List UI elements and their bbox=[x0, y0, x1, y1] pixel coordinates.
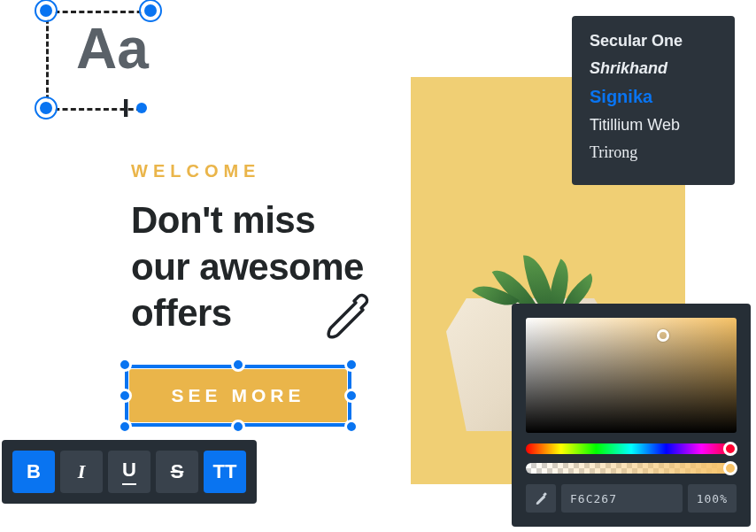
strikethrough-button[interactable]: S bbox=[156, 451, 198, 493]
font-option-signika[interactable]: Signika bbox=[590, 87, 717, 107]
hue-slider-handle[interactable] bbox=[723, 442, 737, 456]
resize-handle-tl[interactable] bbox=[118, 358, 132, 372]
font-option-shrikhand[interactable]: Shrikhand bbox=[590, 59, 717, 78]
uppercase-icon: TT bbox=[213, 460, 237, 483]
font-option-secular-one[interactable]: Secular One bbox=[590, 32, 717, 50]
bold-icon: B bbox=[27, 460, 41, 483]
text-handle-bl[interactable] bbox=[36, 98, 56, 118]
opacity-slider-handle[interactable] bbox=[723, 461, 737, 475]
resize-handle-tr[interactable] bbox=[344, 358, 359, 372]
text-element-label[interactable]: Aa bbox=[76, 16, 149, 81]
opacity-slider[interactable] bbox=[526, 463, 737, 474]
text-handle-br[interactable] bbox=[136, 103, 147, 113]
text-format-toolbar: B I U S TT bbox=[2, 440, 257, 504]
resize-handle-tc[interactable] bbox=[231, 358, 245, 372]
underline-button[interactable]: U bbox=[108, 451, 150, 493]
resize-handle-mr[interactable] bbox=[344, 389, 359, 403]
italic-icon: I bbox=[78, 460, 86, 483]
eyedropper-cursor bbox=[319, 292, 372, 345]
color-swatch-cursor[interactable] bbox=[657, 329, 669, 342]
resize-handle-ml[interactable] bbox=[118, 389, 132, 403]
cta-button[interactable]: SEE MORE bbox=[129, 369, 347, 422]
color-swatch-area[interactable] bbox=[526, 318, 737, 433]
eyedropper-icon bbox=[535, 491, 547, 505]
selection-dashed-left bbox=[46, 11, 49, 108]
opacity-input[interactable]: 100% bbox=[688, 484, 737, 513]
text-cursor-icon: I bbox=[122, 93, 129, 123]
underline-icon: U bbox=[122, 459, 136, 485]
resize-handle-br[interactable] bbox=[344, 420, 359, 434]
text-handle-tr[interactable] bbox=[141, 1, 160, 20]
bold-button[interactable]: B bbox=[12, 451, 55, 493]
text-handle-tl[interactable] bbox=[36, 1, 56, 20]
font-option-titillium-web[interactable]: Titillium Web bbox=[590, 116, 717, 135]
resize-handle-bc[interactable] bbox=[231, 420, 245, 434]
selection-dashed-top bbox=[46, 11, 150, 13]
text-element-selection[interactable]: Aa I bbox=[35, 0, 159, 133]
hue-slider[interactable] bbox=[526, 443, 737, 454]
canvas-text-column: WELCOME Don't miss our awesome offers SE… bbox=[83, 77, 411, 484]
uppercase-button[interactable]: TT bbox=[204, 451, 246, 493]
resize-handle-bl[interactable] bbox=[118, 420, 132, 434]
color-picker-panel: F6C267 100% bbox=[512, 304, 751, 527]
italic-button[interactable]: I bbox=[60, 451, 103, 493]
strikethrough-icon: S bbox=[171, 460, 184, 483]
hex-input[interactable]: F6C267 bbox=[561, 484, 683, 513]
font-dropdown[interactable]: Secular One Shrikhand Signika Titillium … bbox=[572, 16, 735, 185]
cta-selection-group[interactable]: SEE MORE bbox=[119, 359, 358, 433]
font-option-trirong[interactable]: Trirong bbox=[590, 143, 717, 162]
eyebrow-text[interactable]: WELCOME bbox=[131, 161, 381, 181]
eyedropper-button[interactable] bbox=[526, 484, 556, 513]
